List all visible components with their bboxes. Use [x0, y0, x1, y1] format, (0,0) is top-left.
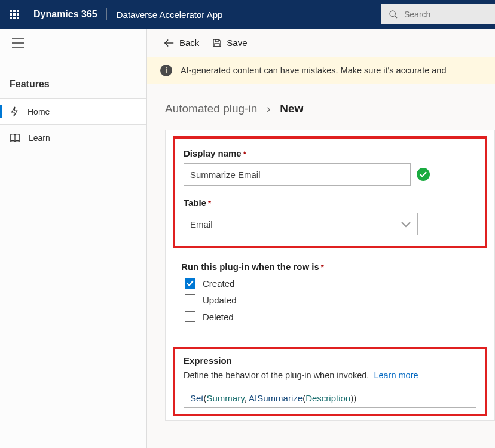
command-bar: Back Save: [147, 29, 495, 57]
table-label: Table*: [184, 198, 476, 208]
info-icon: i: [160, 65, 172, 76]
svg-rect-8: [215, 44, 219, 47]
trigger-updated-checkbox[interactable]: [185, 294, 195, 305]
hamburger-icon: [12, 38, 24, 48]
form-card: Display name* Table* Email: [165, 130, 495, 421]
svg-point-0: [390, 11, 395, 16]
search-icon: [389, 10, 398, 19]
search-box[interactable]: [381, 4, 495, 24]
display-name-label: Display name*: [184, 148, 476, 158]
trigger-created-checkbox[interactable]: [185, 278, 195, 289]
trigger-deleted-row: Deleted: [185, 311, 479, 322]
trigger-updated-row: Updated: [185, 294, 479, 305]
trigger-deleted-checkbox[interactable]: [185, 311, 195, 322]
save-button[interactable]: Save: [212, 38, 247, 48]
trigger-section: Run this plug-in when the row is* Create…: [173, 252, 487, 336]
trigger-created-row: Created: [185, 278, 479, 289]
expression-desc: Define the behavior of the plug-in when …: [184, 370, 476, 380]
sidebar-section-label: Features: [0, 57, 146, 99]
top-nav: Dynamics 365 Dataverse Accelerator App: [0, 0, 495, 29]
save-label: Save: [227, 38, 247, 48]
sidebar-item-label: Home: [28, 107, 50, 116]
back-label: Back: [179, 38, 199, 48]
trigger-label: Run this plug-in when the row is*: [181, 262, 479, 272]
trigger-created-label: Created: [203, 278, 234, 289]
valid-check-icon: [417, 168, 430, 181]
breadcrumb-root[interactable]: Automated plug-in: [165, 102, 257, 115]
svg-rect-7: [215, 39, 218, 42]
learn-more-link[interactable]: Learn more: [374, 370, 418, 380]
svg-line-1: [395, 16, 397, 18]
sidebar: Features Home Learn: [0, 29, 147, 448]
lightning-icon: [10, 106, 19, 117]
separator: [184, 385, 476, 385]
table-value: Email: [190, 219, 213, 229]
brand-label[interactable]: Dynamics 365: [29, 9, 106, 20]
back-button[interactable]: Back: [164, 38, 199, 48]
breadcrumb-current: New: [280, 102, 303, 115]
book-icon: [10, 133, 20, 143]
trigger-deleted-label: Deleted: [203, 312, 234, 322]
search-input[interactable]: [404, 10, 476, 19]
arrow-left-icon: [164, 39, 175, 47]
ai-warning-banner: i AI-generated content can have mistakes…: [147, 57, 495, 84]
hamburger-button[interactable]: [0, 29, 146, 57]
chevron-down-icon: [401, 220, 411, 228]
expression-label: Expression: [184, 355, 476, 366]
sidebar-item-home[interactable]: Home: [0, 99, 146, 125]
sidebar-item-learn[interactable]: Learn: [0, 125, 146, 151]
save-icon: [212, 38, 222, 48]
display-name-input[interactable]: [184, 163, 411, 186]
main-content: Back Save i AI-generated content can hav…: [147, 29, 495, 448]
sidebar-item-label: Learn: [29, 133, 50, 143]
highlight-box-expression: Expression Define the behavior of the pl…: [173, 347, 487, 416]
app-name-label[interactable]: Dataverse Accelerator App: [107, 10, 223, 20]
alert-text: AI-generated content can have mistakes. …: [181, 66, 446, 75]
chevron-right-icon: ›: [261, 102, 277, 115]
app-launcher-icon[interactable]: [0, 0, 29, 29]
expression-editor[interactable]: Set(Summary, AISummarize(Description)): [184, 389, 476, 408]
trigger-updated-label: Updated: [203, 295, 237, 305]
highlight-box-name-table: Display name* Table* Email: [173, 136, 487, 248]
breadcrumb: Automated plug-in › New: [165, 102, 495, 115]
table-select[interactable]: Email: [184, 213, 418, 235]
